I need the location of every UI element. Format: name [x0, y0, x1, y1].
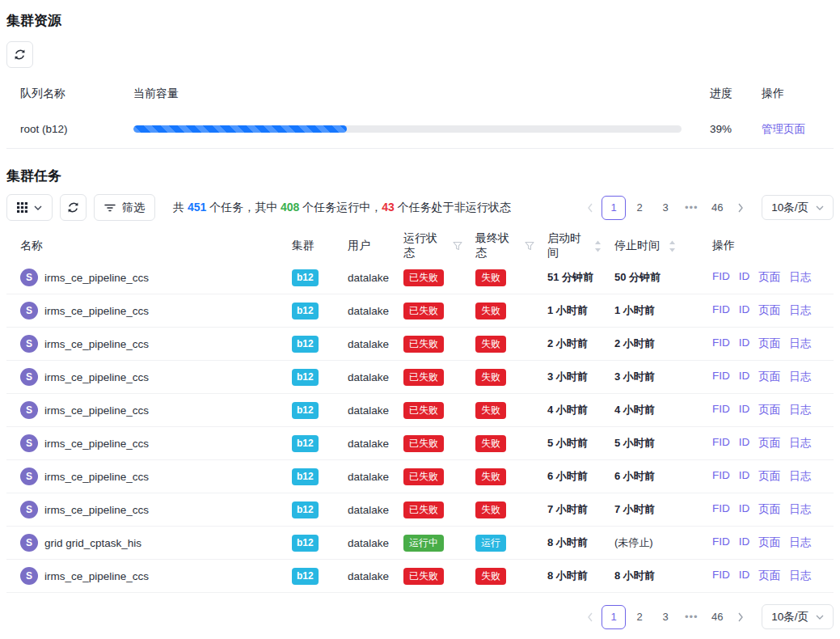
start-time: 8 小时前 — [534, 535, 602, 550]
log-link[interactable]: 日志 — [789, 436, 811, 451]
task-name: irms_ce_pipeline_ccs — [44, 371, 149, 383]
page-link[interactable]: 页面 — [758, 535, 780, 550]
id-link[interactable]: ID — [739, 436, 750, 451]
page-size-select[interactable]: 10条/页 — [762, 604, 834, 629]
fid-link[interactable]: FID — [712, 502, 730, 517]
id-link[interactable]: ID — [739, 270, 750, 285]
run-status-tag: 已失败 — [403, 269, 444, 286]
page-3[interactable]: 3 — [653, 605, 677, 629]
page-ellipsis[interactable]: ••• — [679, 605, 703, 629]
manage-page-link[interactable]: 管理页面 — [762, 123, 805, 135]
layout-grid-dropdown-button[interactable] — [6, 194, 53, 221]
table-row: S grid grid_cptask_his b12 datalake 运行中 … — [6, 527, 834, 560]
filter-lines-icon — [104, 203, 116, 213]
stop-time: 7 小时前 — [602, 502, 699, 517]
log-link[interactable]: 日志 — [789, 469, 811, 484]
progress-percent: 39% — [696, 123, 748, 135]
table-row: S irms_ce_pipeline_ccs b12 datalake 已失败 … — [6, 560, 834, 593]
stopped-count: 43 — [382, 201, 395, 214]
fid-link[interactable]: FID — [712, 403, 730, 417]
final-status-tag: 失败 — [475, 435, 506, 452]
funnel-filter-icon[interactable] — [453, 241, 462, 251]
funnel-filter-icon[interactable] — [525, 241, 534, 251]
avatar: S — [20, 534, 38, 552]
task-name: irms_ce_pipeline_ccs — [44, 570, 149, 582]
page-link[interactable]: 页面 — [758, 336, 780, 351]
tasks-refresh-button[interactable] — [60, 194, 87, 221]
id-link[interactable]: ID — [739, 569, 750, 583]
stop-time: 50 分钟前 — [602, 270, 699, 285]
id-link[interactable]: ID — [739, 403, 750, 417]
log-link[interactable]: 日志 — [789, 370, 811, 384]
task-name: irms_ce_pipeline_ccs — [44, 305, 149, 317]
page-last[interactable]: 46 — [705, 196, 729, 220]
resources-refresh-button[interactable] — [6, 41, 33, 68]
table-row: S irms_ce_pipeline_ccs b12 datalake 已失败 … — [6, 460, 834, 493]
start-time: 3 小时前 — [534, 370, 602, 384]
fid-link[interactable]: FID — [712, 469, 730, 484]
task-user: datalake — [335, 570, 390, 582]
chevron-down-icon — [816, 615, 824, 620]
run-status-tag: 已失败 — [403, 336, 444, 353]
log-link[interactable]: 日志 — [789, 336, 811, 351]
id-link[interactable]: ID — [739, 336, 750, 351]
resources-table-header: 队列名称 当前容量 进度 操作 — [6, 78, 834, 110]
table-row: S irms_ce_pipeline_ccs b12 datalake 已失败 … — [6, 394, 834, 427]
col-start-time: 启动时间 — [534, 231, 602, 260]
prev-page-button[interactable] — [580, 605, 601, 629]
page-1[interactable]: 1 — [602, 605, 626, 629]
fid-link[interactable]: FID — [712, 535, 730, 550]
fid-link[interactable]: FID — [712, 303, 730, 318]
log-link[interactable]: 日志 — [789, 502, 811, 517]
id-link[interactable]: ID — [739, 370, 750, 384]
page-link[interactable]: 页面 — [758, 303, 780, 318]
page-link[interactable]: 页面 — [758, 569, 780, 583]
fid-link[interactable]: FID — [712, 436, 730, 451]
cluster-tag: b12 — [292, 336, 319, 353]
page-link[interactable]: 页面 — [758, 403, 780, 417]
id-link[interactable]: ID — [739, 535, 750, 550]
page-1[interactable]: 1 — [602, 196, 626, 220]
page-last[interactable]: 46 — [705, 605, 729, 629]
progress-track — [133, 125, 682, 133]
task-name: irms_ce_pipeline_ccs — [44, 404, 149, 417]
log-link[interactable]: 日志 — [789, 270, 811, 285]
fid-link[interactable]: FID — [712, 370, 730, 384]
fid-link[interactable]: FID — [712, 270, 730, 285]
next-page-button[interactable] — [730, 196, 751, 220]
tasks-summary: 共 451 个任务，其中 408 个任务运行中，43 个任务处于非运行状态 — [173, 201, 511, 215]
page-link[interactable]: 页面 — [758, 436, 780, 451]
final-status-tag: 失败 — [475, 303, 506, 320]
sorter-icon[interactable] — [669, 240, 676, 252]
final-status-tag: 运行 — [475, 535, 506, 552]
page-link[interactable]: 页面 — [758, 469, 780, 484]
sorter-icon[interactable] — [594, 240, 602, 252]
page-ellipsis[interactable]: ••• — [679, 196, 703, 220]
fid-link[interactable]: FID — [712, 336, 730, 351]
page-2[interactable]: 2 — [627, 196, 652, 220]
log-link[interactable]: 日志 — [789, 303, 811, 318]
page-size-select[interactable]: 10条/页 — [762, 195, 834, 220]
page-link[interactable]: 页面 — [758, 270, 780, 285]
page-link[interactable]: 页面 — [758, 502, 780, 517]
id-link[interactable]: ID — [739, 303, 750, 318]
log-link[interactable]: 日志 — [789, 569, 811, 583]
cluster-tag: b12 — [292, 269, 319, 286]
page-link[interactable]: 页面 — [758, 370, 780, 384]
queue-row: root (b12) 39% 管理页面 — [6, 110, 834, 149]
cluster-tasks-section: 集群任务 — [6, 167, 834, 629]
page-3[interactable]: 3 — [653, 196, 677, 220]
refresh-icon — [67, 201, 79, 214]
log-link[interactable]: 日志 — [789, 535, 811, 550]
id-link[interactable]: ID — [739, 469, 750, 484]
cluster-resources-section: 集群资源 队列名称 当前容量 进度 操作 — [6, 11, 834, 149]
stop-time: 5 小时前 — [602, 436, 699, 451]
filter-button[interactable]: 筛选 — [94, 194, 155, 221]
prev-page-button[interactable] — [580, 196, 601, 220]
next-page-button[interactable] — [730, 605, 751, 629]
id-link[interactable]: ID — [739, 502, 750, 517]
log-link[interactable]: 日志 — [789, 403, 811, 417]
run-status-tag: 已失败 — [403, 435, 444, 452]
fid-link[interactable]: FID — [712, 569, 730, 583]
page-2[interactable]: 2 — [627, 605, 652, 629]
